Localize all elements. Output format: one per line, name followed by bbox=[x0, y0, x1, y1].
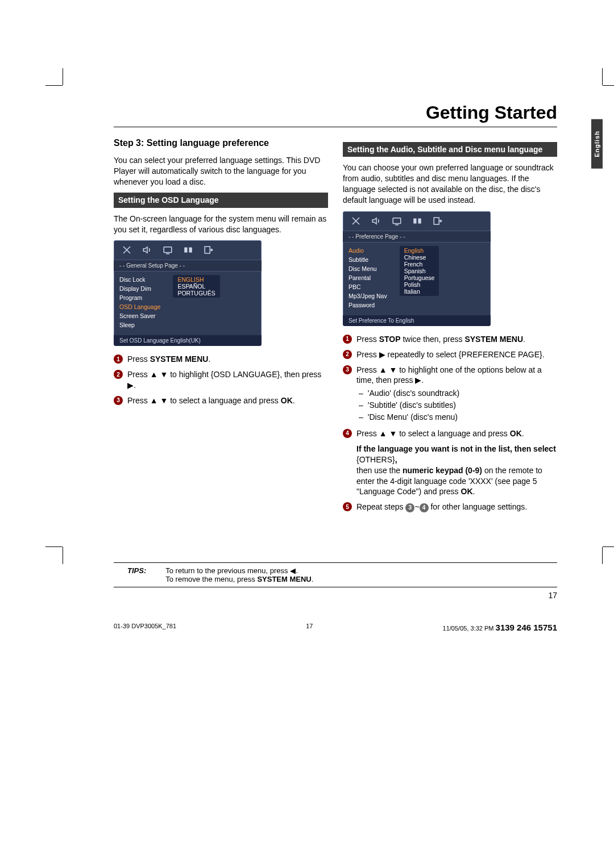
speaker-icon bbox=[141, 245, 154, 255]
osd-value: Italian bbox=[404, 288, 435, 295]
osd-menu-values: ENGLISHESPAÑOLPORTUGUÊS bbox=[173, 275, 219, 298]
tv-icon bbox=[391, 216, 403, 226]
step-bullet: 2 bbox=[343, 350, 352, 359]
step-text: Press ▲ ▼ to highlight one of the option… bbox=[356, 365, 557, 424]
osd-general-setup: - - General Setup Page - - Disc LockDisp… bbox=[114, 240, 262, 346]
osd-label: OSD Language bbox=[119, 302, 160, 311]
osd-value: ESPAÑOL bbox=[177, 283, 215, 290]
step-item: 5Repeat steps 3~4 for other language set… bbox=[343, 502, 557, 512]
osd-label: Disc Menu bbox=[349, 264, 387, 273]
step-subitem: 'Audio' (disc's soundtrack) bbox=[359, 388, 557, 399]
osd-banner: - - Preference Page - - bbox=[343, 231, 491, 243]
tv-icon bbox=[161, 245, 174, 255]
svg-rect-4 bbox=[393, 218, 401, 224]
step-sublist: 'Audio' (disc's soundtrack)'Subtitle' (d… bbox=[359, 388, 557, 423]
step-item: 2Press ▲ ▼ to highlight {OSD LANGUAGE}, … bbox=[114, 369, 328, 391]
step-text: Press STOP twice then, press SYSTEM MENU… bbox=[356, 334, 557, 345]
svg-rect-7 bbox=[434, 218, 439, 224]
step-item: 4Press ▲ ▼ to select a language and pres… bbox=[343, 428, 557, 497]
svg-rect-3 bbox=[205, 247, 210, 253]
step-text: Press SYSTEM MENU. bbox=[127, 354, 328, 365]
step-item: 3Press ▲ ▼ to highlight one of the optio… bbox=[343, 365, 557, 424]
print-footer: 01-39 DVP3005K_781 17 11/05/05, 3:32 PM … bbox=[114, 623, 557, 632]
right-steps-list: 1Press STOP twice then, press SYSTEM MEN… bbox=[343, 334, 557, 512]
tips-label: TIPS: bbox=[114, 566, 146, 583]
osd-footer: Set OSD Language English(UK) bbox=[114, 335, 262, 346]
exit-icon bbox=[432, 216, 444, 226]
svg-rect-2 bbox=[189, 248, 192, 253]
osd-paragraph: The On-screen language for the system me… bbox=[114, 214, 328, 235]
osd-label: Display Dim bbox=[119, 284, 160, 293]
exit-icon bbox=[202, 245, 215, 255]
left-steps-list: 1Press SYSTEM MENU.2Press ▲ ▼ to highlig… bbox=[114, 354, 328, 406]
footer-left: 01-39 DVP3005K_781 bbox=[114, 623, 176, 632]
step-text: Press ▲ ▼ to select a language and press… bbox=[127, 395, 328, 406]
svg-rect-0 bbox=[164, 247, 172, 253]
osd-value: French bbox=[404, 261, 435, 268]
tips-line1: To return to the previous menu, press ◀. bbox=[165, 566, 313, 575]
osd-value: Spanish bbox=[404, 268, 435, 274]
osd-value: Chinese bbox=[404, 254, 435, 261]
left-column: Step 3: Setting language preference You … bbox=[114, 137, 328, 517]
osd-label: Screen Saver bbox=[119, 311, 160, 320]
footer-code: 3139 246 15751 bbox=[496, 623, 557, 632]
tips-text: To return to the previous menu, press ◀.… bbox=[165, 566, 313, 583]
osd-menu-labels: AudioSubtitleDisc MenuParentalPBCMp3/Jpe… bbox=[349, 246, 387, 310]
step-item: 2Press ▶ repeatedly to select {PREFERENC… bbox=[343, 349, 557, 360]
step-subitem: 'Disc Menu' (disc's menu) bbox=[359, 412, 557, 423]
osd-label: Mp3/Jpeg Nav bbox=[349, 291, 387, 301]
step-bullet: 1 bbox=[343, 335, 352, 344]
dolby-icon bbox=[182, 245, 194, 255]
step-bullet: 2 bbox=[114, 370, 123, 379]
osd-value: English bbox=[404, 247, 435, 254]
intro-paragraph: You can select your preferred language s… bbox=[114, 155, 328, 187]
osd-value: Portuguese bbox=[404, 274, 435, 281]
osd-tab-icons bbox=[114, 240, 262, 260]
step-text: Press ▶ repeatedly to select {PREFERENCE… bbox=[356, 349, 557, 360]
osd-preference-page: - - Preference Page - - AudioSubtitleDis… bbox=[343, 211, 491, 326]
language-tab: English bbox=[591, 119, 603, 169]
step-heading: Step 3: Setting language preference bbox=[114, 137, 328, 149]
svg-rect-1 bbox=[184, 248, 187, 253]
step-item: 3Press ▲ ▼ to select a language and pres… bbox=[114, 395, 328, 406]
tools-icon bbox=[121, 245, 133, 255]
right-column: Setting the Audio, Subtitle and Disc men… bbox=[343, 137, 557, 517]
osd-menu-labels: Disc LockDisplay DimProgramOSD LanguageS… bbox=[119, 275, 160, 329]
section-subhead-pref: Setting the Audio, Subtitle and Disc men… bbox=[343, 142, 557, 157]
tools-icon bbox=[350, 216, 362, 226]
dolby-icon bbox=[411, 216, 424, 226]
step-bullet: 1 bbox=[114, 354, 123, 364]
step-text: Repeat steps 3~4 for other language sett… bbox=[356, 502, 557, 512]
footer-time: 11/05/05, 3:32 PM bbox=[443, 625, 494, 632]
osd-banner: - - General Setup Page - - bbox=[114, 260, 262, 272]
step-bullet: 5 bbox=[343, 502, 352, 511]
osd-menu-values: EnglishChineseFrenchSpanishPortuguesePol… bbox=[400, 246, 439, 296]
osd-label: Parental bbox=[349, 273, 387, 282]
osd-footer: Set Preference To English bbox=[343, 315, 491, 326]
footer-right: 11/05/05, 3:32 PM 3139 246 15751 bbox=[443, 623, 557, 632]
page-title: Getting Started bbox=[114, 102, 557, 127]
osd-label: Program bbox=[119, 293, 160, 302]
step-subitem: 'Subtitle' (disc's subtitles) bbox=[359, 400, 557, 411]
step-bullet: 4 bbox=[343, 429, 352, 438]
page-number: 17 bbox=[114, 591, 557, 600]
osd-value: PORTUGUÊS bbox=[177, 290, 215, 297]
step-extra: If the language you want is not in the l… bbox=[356, 444, 557, 497]
speaker-icon bbox=[370, 216, 383, 226]
osd-label: PBC bbox=[349, 282, 387, 291]
step-text: Press ▲ ▼ to highlight {OSD LANGUAGE}, t… bbox=[127, 369, 328, 391]
osd-value: ENGLISH bbox=[177, 276, 215, 283]
tips-line2: To remove the menu, press SYSTEM MENU. bbox=[165, 575, 313, 583]
tips-row: TIPS: To return to the previous menu, pr… bbox=[114, 562, 557, 587]
step-item: 1Press STOP twice then, press SYSTEM MEN… bbox=[343, 334, 557, 345]
osd-value: Polish bbox=[404, 281, 435, 288]
svg-rect-6 bbox=[418, 218, 421, 223]
osd-label: Disc Lock bbox=[119, 275, 160, 284]
section-subhead-osd: Setting the OSD Language bbox=[114, 193, 328, 207]
footer-mid: 17 bbox=[176, 623, 442, 632]
osd-label: Audio bbox=[349, 246, 387, 255]
osd-label: Password bbox=[349, 301, 387, 310]
svg-rect-5 bbox=[413, 218, 416, 223]
osd-label: Subtitle bbox=[349, 255, 387, 264]
pref-intro: You can choose your own preferred langua… bbox=[343, 162, 557, 206]
